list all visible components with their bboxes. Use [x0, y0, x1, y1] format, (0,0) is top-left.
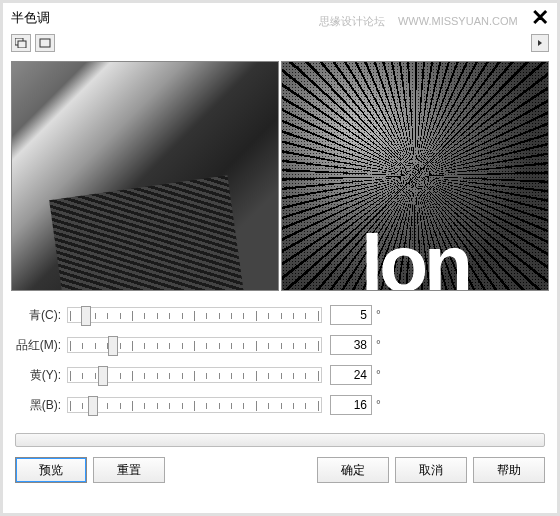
help-button[interactable]: 帮助: [473, 457, 545, 483]
yellow-handle[interactable]: [98, 366, 108, 386]
watermark-url: WWW.MISSYUAN.COM: [398, 15, 518, 27]
cyan-label: 青(C):: [15, 307, 67, 324]
magenta-slider[interactable]: [67, 337, 322, 353]
preview-original[interactable]: lon: [11, 61, 279, 291]
button-row: 预览 重置 确定 取消 帮助: [3, 457, 557, 493]
progress-bar: [15, 433, 545, 447]
cyan-row: 青(C): °: [15, 305, 545, 325]
titlebar: 半色调 思缘设计论坛 WWW.MISSYUAN.COM ✕: [3, 3, 557, 31]
close-icon[interactable]: ✕: [531, 5, 549, 30]
cyan-handle[interactable]: [81, 306, 91, 326]
magenta-handle[interactable]: [108, 336, 118, 356]
watermark-text: 思缘设计论坛: [319, 15, 385, 27]
black-unit: °: [376, 398, 381, 412]
toolbar: [3, 31, 557, 55]
magenta-label: 品红(M):: [15, 337, 67, 354]
svg-rect-2: [40, 39, 50, 47]
black-label: 黑(B):: [15, 397, 67, 414]
dual-pane-icon[interactable]: [11, 34, 31, 52]
magenta-input[interactable]: [330, 335, 372, 355]
yellow-label: 黄(Y):: [15, 367, 67, 384]
black-input[interactable]: [330, 395, 372, 415]
controls: 青(C): ° 品红(M): ° 黄(Y):: [3, 293, 557, 429]
black-row: 黑(B): °: [15, 395, 545, 415]
preview-button[interactable]: 预览: [15, 457, 87, 483]
yellow-input[interactable]: [330, 365, 372, 385]
magenta-unit: °: [376, 338, 381, 352]
single-pane-icon[interactable]: [35, 34, 55, 52]
yellow-slider[interactable]: [67, 367, 322, 383]
cyan-slider[interactable]: [67, 307, 322, 323]
preview-text-left: lon: [91, 218, 199, 291]
cyan-input[interactable]: [330, 305, 372, 325]
preview-result[interactable]: lon: [281, 61, 549, 291]
preview-area: lon lon: [3, 55, 557, 293]
menu-arrow-icon[interactable]: [531, 34, 549, 52]
svg-rect-1: [18, 41, 26, 48]
dialog-title: 半色调: [11, 9, 50, 27]
halftone-dialog: 半色调 思缘设计论坛 WWW.MISSYUAN.COM ✕ lon lon: [0, 0, 560, 516]
preview-text-right: lon: [361, 218, 469, 291]
black-slider[interactable]: [67, 397, 322, 413]
magenta-row: 品红(M): °: [15, 335, 545, 355]
yellow-unit: °: [376, 368, 381, 382]
reset-button[interactable]: 重置: [93, 457, 165, 483]
yellow-row: 黄(Y): °: [15, 365, 545, 385]
black-handle[interactable]: [88, 396, 98, 416]
ok-button[interactable]: 确定: [317, 457, 389, 483]
cancel-button[interactable]: 取消: [395, 457, 467, 483]
cyan-unit: °: [376, 308, 381, 322]
